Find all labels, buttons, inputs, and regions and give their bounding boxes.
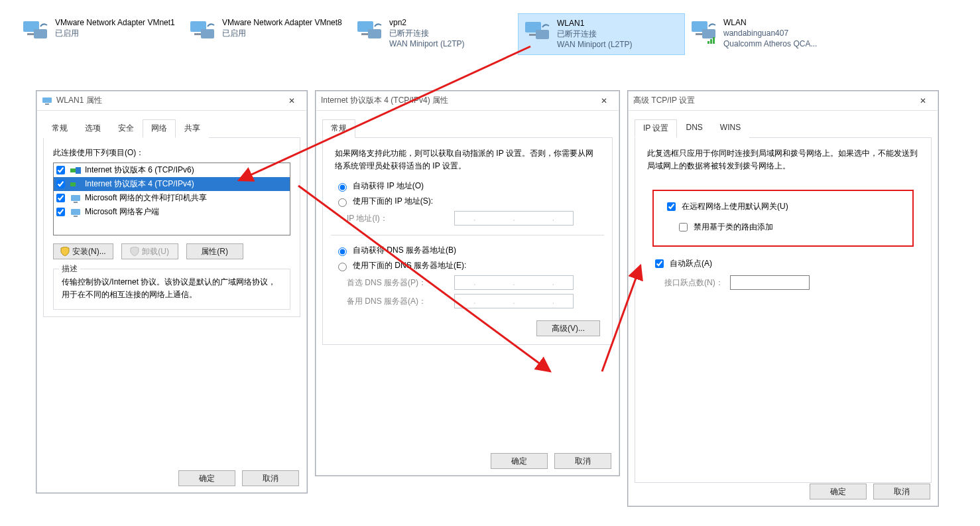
protocol-icon: [70, 194, 81, 203]
tab-安全[interactable]: 安全: [109, 119, 143, 138]
protocol-icon: [70, 208, 81, 217]
protocol-label: Internet 协议版本 6 (TCP/IPv6): [85, 164, 194, 176]
dlg2-tabs: 常规: [322, 119, 613, 138]
protocol-item-0[interactable]: Internet 协议版本 6 (TCP/IPv6): [54, 163, 290, 177]
network-icon: [42, 96, 52, 106]
svg-rect-20: [70, 168, 76, 172]
adapter-4[interactable]: WLANwandabinguan407Qualcomm Atheros QCA.…: [685, 13, 852, 55]
svg-rect-24: [71, 195, 80, 201]
nic-icon: [524, 18, 552, 46]
properties-button[interactable]: 属性(R): [186, 243, 243, 259]
label-dns1: 首选 DNS 服务器(P)：: [347, 277, 446, 289]
radio-ip-manual-label: 使用下面的 IP 地址(S):: [353, 196, 433, 207]
protocol-checkbox[interactable]: [56, 194, 65, 202]
adapter-1[interactable]: VMware Network Adapter VMnet8已启用: [184, 13, 351, 55]
adapter-3[interactable]: WLAN1已断开连接WAN Miniport (L2TP): [518, 13, 685, 55]
svg-rect-5: [201, 29, 214, 38]
dlg2-intro: 如果网络支持此功能，则可以获取自动指派的 IP 设置。否则，你需要从网络系统管理…: [335, 147, 600, 172]
uninstall-button: 卸载(U): [121, 243, 178, 259]
dialog-ipv4-properties: Internet 协议版本 4 (TCP/IPv4) 属性 ✕ 常规 如果网络支…: [315, 90, 620, 476]
adapter-0[interactable]: VMware Network Adapter VMnet1已启用: [17, 13, 184, 55]
svg-rect-27: [74, 216, 78, 217]
dlg1-tabs: 常规选项安全网络共享: [43, 119, 300, 138]
protocol-label: Microsoft 网络的文件和打印机共享: [85, 192, 207, 204]
checkbox-default-gateway-label: 在远程网络上使用默认网关(U): [682, 201, 788, 212]
radio-dns-manual-label: 使用下面的 DNS 服务器地址(E):: [353, 260, 466, 271]
dlg2-title: Internet 协议版本 4 (TCP/IPv4) 属性: [321, 95, 448, 106]
ok-button[interactable]: 确定: [810, 484, 867, 499]
adapters-row: VMware Network Adapter VMnet1已启用VMware N…: [17, 13, 973, 55]
tab-DNS[interactable]: DNS: [677, 119, 711, 138]
checkbox-autohop-label: 自动跃点(A): [670, 258, 712, 269]
ok-button[interactable]: 确定: [178, 470, 235, 486]
ok-button[interactable]: 确定: [491, 453, 548, 469]
dlg3-title: 高级 TCP/IP 设置: [633, 95, 695, 106]
label-hopcount: 接口跃点数(N)：: [664, 277, 723, 289]
dlg2-titlebar[interactable]: Internet 协议版本 4 (TCP/IPv4) 属性 ✕: [316, 91, 619, 111]
radio-dns-manual[interactable]: [338, 263, 347, 271]
dlg1-titlebar[interactable]: WLAN1 属性 ✕: [36, 91, 307, 111]
close-icon[interactable]: ✕: [912, 94, 934, 108]
protocol-item-2[interactable]: Microsoft 网络的文件和打印机共享: [54, 191, 290, 205]
hopcount-input: [730, 275, 810, 290]
protocol-label: Microsoft 网络客户端: [85, 206, 159, 218]
close-icon[interactable]: ✕: [593, 94, 615, 108]
radio-ip-auto-label: 自动获得 IP 地址(O): [353, 180, 424, 192]
tab-共享[interactable]: 共享: [176, 119, 209, 138]
svg-rect-22: [70, 182, 76, 186]
svg-rect-2: [34, 29, 47, 38]
protocol-item-1[interactable]: Internet 协议版本 4 (TCP/IPv4): [54, 177, 290, 191]
nic-icon: [690, 17, 718, 45]
nic-icon: [356, 17, 384, 45]
svg-rect-8: [368, 29, 381, 38]
dialog-advanced-tcpip: 高级 TCP/IP 设置 ✕ IP 设置DNSWINS 此复选框只应用于你同时连…: [627, 90, 939, 507]
checkbox-default-gateway[interactable]: [667, 202, 676, 211]
tab-WINS[interactable]: WINS: [711, 119, 749, 138]
cancel-button[interactable]: 取消: [873, 484, 930, 499]
description-text: 传输控制协议/Internet 协议。该协议是默认的广域网络协议，用于在不同的相…: [62, 276, 282, 301]
radio-ip-auto[interactable]: [338, 183, 347, 192]
protocol-checkbox[interactable]: [56, 180, 65, 188]
tab-IP 设置[interactable]: IP 设置: [635, 119, 677, 138]
protocol-icon: [70, 166, 81, 175]
label-ip: IP 地址(I)：: [347, 213, 446, 224]
tab-general[interactable]: 常规: [322, 119, 355, 138]
advanced-button[interactable]: 高级(V)...: [536, 320, 600, 336]
dlg3-titlebar[interactable]: 高级 TCP/IP 设置 ✕: [628, 91, 938, 111]
ip-input: ...: [454, 211, 574, 226]
protocol-label: Internet 协议版本 4 (TCP/IPv4): [85, 178, 194, 190]
dlg1-protocol-list[interactable]: Internet 协议版本 6 (TCP/IPv6)Internet 协议版本 …: [53, 163, 290, 235]
svg-rect-16: [710, 39, 712, 44]
highlight-gateway-box: 在远程网络上使用默认网关(U) 禁用基于类的路由添加: [652, 190, 914, 247]
protocol-item-3[interactable]: Microsoft 网络客户端: [54, 205, 290, 219]
checkbox-autohop[interactable]: [655, 259, 664, 268]
dlg3-tabs: IP 设置DNSWINS: [635, 119, 932, 138]
svg-rect-23: [76, 181, 81, 188]
tab-网络[interactable]: 网络: [143, 119, 176, 138]
adapter-2[interactable]: vpn2已断开连接WAN Miniport (L2TP): [351, 13, 518, 55]
checkbox-disable-classroute[interactable]: [679, 223, 688, 231]
cancel-button[interactable]: 取消: [242, 470, 299, 486]
cancel-button[interactable]: 取消: [554, 453, 611, 469]
close-icon[interactable]: ✕: [280, 94, 303, 108]
nic-icon: [189, 17, 217, 45]
dlg1-list-label: 此连接使用下列项目(O)：: [53, 147, 290, 159]
svg-rect-21: [76, 167, 81, 174]
radio-ip-manual[interactable]: [338, 198, 347, 207]
label-dns2: 备用 DNS 服务器(A)：: [347, 296, 446, 307]
svg-rect-25: [74, 202, 78, 203]
tab-常规[interactable]: 常规: [43, 119, 76, 138]
dns2-input: ...: [454, 294, 574, 308]
dialog-wlan1-properties: WLAN1 属性 ✕ 常规选项安全网络共享 此连接使用下列项目(O)： Inte…: [36, 90, 308, 493]
checkbox-disable-classroute-label: 禁用基于类的路由添加: [694, 222, 773, 233]
svg-rect-15: [707, 41, 709, 44]
dlg3-intro: 此复选框只应用于你同时连接到局域网和拨号网络上。如果选中，不能发送到局域网上的数…: [647, 147, 919, 172]
radio-dns-auto[interactable]: [338, 247, 347, 256]
install-button[interactable]: 安装(N)...: [53, 243, 113, 259]
svg-rect-18: [42, 98, 52, 103]
svg-rect-26: [71, 209, 80, 215]
tab-选项[interactable]: 选项: [76, 119, 109, 138]
protocol-checkbox[interactable]: [56, 208, 65, 216]
radio-dns-auto-label: 自动获得 DNS 服务器地址(B): [353, 245, 456, 256]
protocol-checkbox[interactable]: [56, 166, 65, 174]
